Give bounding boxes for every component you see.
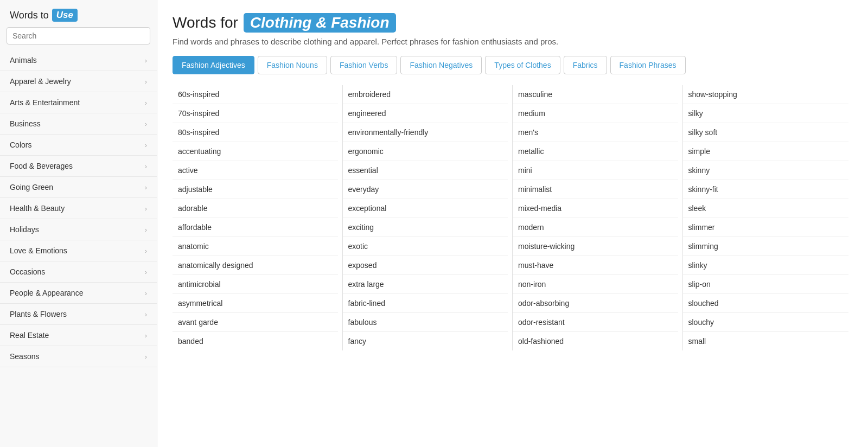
nav-item-label: Arts & Entertainment [10,98,80,107]
word-item: everyday [343,180,508,199]
chevron-right-icon: › [145,247,147,255]
word-item: minimalist [513,180,678,199]
word-item: masculine [513,85,678,104]
sidebar-item-love---emotions[interactable]: Love & Emotions› [0,240,157,261]
word-item: modern [513,218,678,237]
nav-item-label: Colors [10,141,31,149]
tab-fashion-adjectives[interactable]: Fashion Adjectives [173,56,254,74]
sidebar: Words to Use Animals›Apparel & Jewelry›A… [0,0,157,447]
word-column-2: masculinemediummen'smetallicminiminimali… [513,85,683,350]
word-column-1: embroideredengineeredenvironmentally-fri… [343,85,513,350]
word-item: avant garde [173,313,338,332]
word-item: fancy [343,332,508,350]
tab-types-of-clothes[interactable]: Types of Clothes [485,56,560,74]
word-column-3: show-stoppingsilkysilky softsimpleskinny… [683,85,853,350]
chevron-right-icon: › [145,331,147,340]
sidebar-item-health---beauty[interactable]: Health & Beauty› [0,198,157,219]
chevron-right-icon: › [145,120,147,128]
nav-item-label: Plants & Flowers [10,310,67,318]
word-item: asymmetrical [173,294,338,313]
nav-item-label: People & Appearance [10,289,83,297]
word-item: simple [683,142,849,161]
word-item: non-iron [513,275,678,294]
word-item: sleek [683,199,849,218]
word-item: slimming [683,237,849,256]
nav-item-label: Holidays [10,225,39,234]
word-item: show-stopping [683,85,849,104]
word-item: skinny-fit [683,180,849,199]
word-item: 80s-inspired [173,123,338,142]
chevron-right-icon: › [145,353,147,361]
sidebar-item-plants---flowers[interactable]: Plants & Flowers› [0,304,157,325]
word-item: engineered [343,104,508,123]
nav-item-label: Seasons [10,352,39,361]
sidebar-item-arts---entertainment[interactable]: Arts & Entertainment› [0,92,157,113]
tab-fabrics[interactable]: Fabrics [564,56,607,74]
word-item: exotic [343,237,508,256]
word-item: fabric-lined [343,294,508,313]
word-item: antimicrobial [173,275,338,294]
word-item: fabulous [343,313,508,332]
nav-item-label: Real Estate [10,331,49,340]
word-item: embroidered [343,85,508,104]
word-item: 70s-inspired [173,104,338,123]
word-item: men's [513,123,678,142]
logo-area: Words to Use [0,0,157,27]
sidebar-item-business[interactable]: Business› [0,113,157,135]
word-item: moisture-wicking [513,237,678,256]
tab-fashion-nouns[interactable]: Fashion Nouns [258,56,327,74]
nav-item-label: Going Green [10,183,53,191]
word-column-0: 60s-inspired70s-inspired80s-inspiredacce… [173,85,343,350]
tabs-bar: Fashion AdjectivesFashion NounsFashion V… [173,56,853,74]
tab-fashion-negatives[interactable]: Fashion Negatives [400,56,482,74]
chevron-right-icon: › [145,310,147,318]
word-item: silky soft [683,123,849,142]
word-item: metallic [513,142,678,161]
sidebar-item-people---appearance[interactable]: People & Appearance› [0,283,157,304]
word-item: ergonomic [343,142,508,161]
sidebar-item-holidays[interactable]: Holidays› [0,219,157,240]
chevron-right-icon: › [145,226,147,234]
word-item: exciting [343,218,508,237]
search-input[interactable] [7,27,150,44]
word-item: mini [513,161,678,180]
tab-fashion-verbs[interactable]: Fashion Verbs [330,56,398,74]
chevron-right-icon: › [145,162,147,170]
chevron-right-icon: › [145,99,147,107]
word-item: active [173,161,338,180]
sidebar-item-real-estate[interactable]: Real Estate› [0,325,157,346]
sidebar-item-occasions[interactable]: Occasions› [0,261,157,283]
word-item: 60s-inspired [173,85,338,104]
chevron-right-icon: › [145,78,147,86]
sidebar-item-seasons[interactable]: Seasons› [0,346,157,367]
main-content: Words for Clothing & Fashion Find words … [157,0,868,447]
word-item: exposed [343,256,508,275]
word-item: mixed-media [513,199,678,218]
chevron-right-icon: › [145,141,147,149]
word-item: environmentally-friendly [343,123,508,142]
word-item: slimmer [683,218,849,237]
word-item: medium [513,104,678,123]
chevron-right-icon: › [145,289,147,297]
sidebar-item-colors[interactable]: Colors› [0,135,157,156]
chevron-right-icon: › [145,268,147,276]
chevron-right-icon: › [145,56,147,65]
search-box[interactable] [7,27,150,44]
word-item: slouched [683,294,849,313]
title-highlight: Clothing & Fashion [244,13,396,33]
nav-item-label: Food & Beverages [10,162,73,170]
logo-use-badge: Use [52,9,78,22]
word-item: anatomically designed [173,256,338,275]
page-title: Words for Clothing & Fashion [173,13,853,33]
sidebar-item-going-green[interactable]: Going Green› [0,177,157,198]
sidebar-item-apparel---jewelry[interactable]: Apparel & Jewelry› [0,71,157,92]
word-item: anatomic [173,237,338,256]
word-item: old-fashioned [513,332,678,350]
word-item: odor-resistant [513,313,678,332]
sidebar-item-food---beverages[interactable]: Food & Beverages› [0,156,157,177]
sidebar-item-animals[interactable]: Animals› [0,50,157,71]
nav-item-label: Health & Beauty [10,204,65,213]
tab-fashion-phrases[interactable]: Fashion Phrases [610,56,686,74]
word-item: extra large [343,275,508,294]
word-grid: 60s-inspired70s-inspired80s-inspiredacce… [173,85,853,350]
